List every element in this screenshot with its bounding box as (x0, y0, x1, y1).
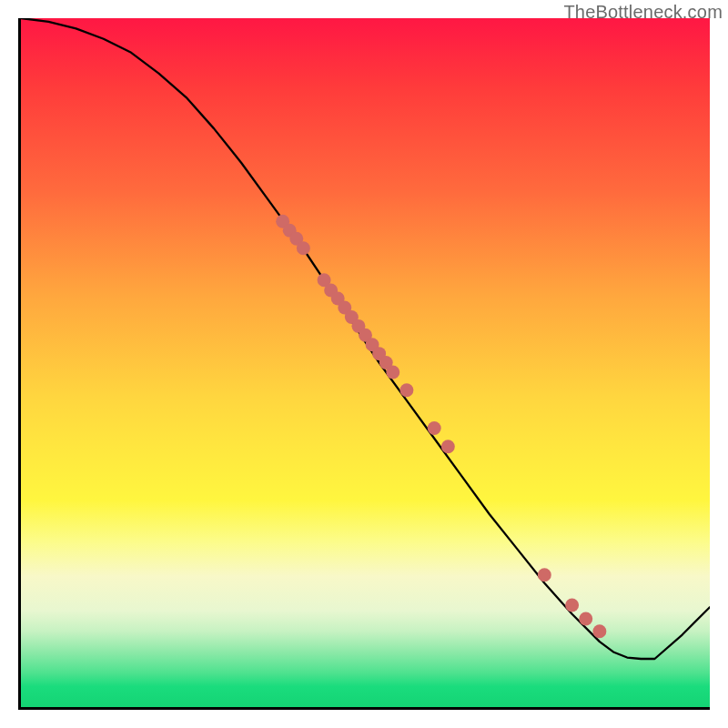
marker-dot (579, 612, 592, 626)
marker-dot (538, 568, 551, 581)
marker-dot (386, 366, 399, 379)
plot-area (18, 18, 710, 710)
marker-dot (592, 624, 606, 638)
marker-dot (428, 421, 441, 435)
marker-dot (297, 241, 310, 255)
marker-dot (565, 598, 579, 612)
chart-svg (21, 18, 710, 707)
marker-dot (441, 440, 455, 453)
chart-stage: TheBottleneck.com (0, 0, 728, 728)
marker-group (276, 215, 606, 638)
marker-dot (399, 383, 413, 397)
